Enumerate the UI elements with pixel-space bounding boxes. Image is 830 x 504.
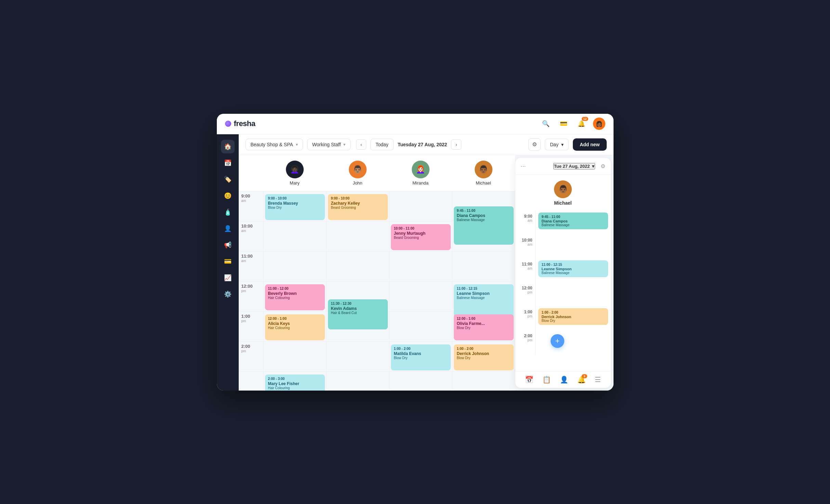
panel-time-label-10: 10:00 am (518, 235, 535, 259)
shop-dropdown[interactable]: Beauty Shop & SPA ▾ (246, 139, 303, 150)
john-col: 9:00 - 10:00 Zachary Kelley Beard Groomi… (326, 191, 389, 391)
panel-time-row-9: 9:00 am 9:45 - 11:00 Diana Campos Baline… (518, 211, 608, 235)
sidebar-item-tags[interactable]: 🏷️ (221, 173, 235, 186)
staff-name-john: John (353, 180, 362, 186)
panel-time-row-12: 12:00 pm (518, 283, 608, 307)
staff-col-mary: 👩🏿‍🦱 Mary (263, 159, 326, 188)
app-shell: fresha 🔍 💳 🔔 12 👩🏾 🏠 📅 (217, 114, 614, 391)
plus-icon: + (555, 337, 560, 345)
wallet-icon: 💳 (560, 120, 567, 127)
appt-matilda-evans[interactable]: 1:00 - 2:00 Matilda Evans Blow Dry (391, 344, 451, 370)
marketing-icon: 📢 (224, 241, 232, 249)
avatar-john: 👨🏽 (349, 161, 367, 178)
panel-notification-icon[interactable]: 🔔 3 (577, 376, 586, 384)
panel-time-label-12: 12:00 pm (518, 283, 535, 307)
panel-appt-area-9: 9:45 - 11:00 Diana Campos Balinese Massa… (535, 211, 608, 235)
sidebar-item-staff[interactable]: 👤 (221, 222, 235, 235)
search-icon: 🔍 (542, 120, 550, 127)
avatar-mary: 👩🏿‍🦱 (286, 161, 304, 178)
panel-footer: 📅 📋 👤 🔔 3 ☰ (515, 371, 611, 388)
panel-add-button[interactable]: + (551, 334, 564, 348)
panel-staff-info: 👨🏾 Michael (515, 175, 611, 211)
panel-time-row-1: 1:00 pm 1:00 - 2:00 Derrick Johnson Blow… (518, 307, 608, 331)
calendar-wrap: 👩🏿‍🦱 Mary 👨🏽 John 👩🏻‍🦰 Miranda (239, 155, 515, 391)
staff-col-john: 👨🏽 John (326, 159, 389, 188)
panel-time-label-2: 2:00 pm (518, 331, 535, 355)
search-button[interactable]: 🔍 (540, 118, 552, 130)
panel-filter-icon[interactable]: ⚙ (601, 163, 605, 169)
sidebar-item-clients[interactable]: 😊 (221, 189, 235, 203)
sidebar-item-payments[interactable]: 💳 (221, 255, 235, 268)
appt-diana-campos[interactable]: 9:45 - 11:00 Diana Campos Balinese Massa… (454, 206, 514, 245)
time-grid: 9:00 am 10:00 am 11:00 am (239, 191, 515, 391)
time-slot-1: 1:00 pm (239, 312, 263, 342)
appt-leanne-simpson[interactable]: 11:00 - 12:15 Leanne Simpson Balinese Ma… (454, 284, 514, 318)
bell-icon: 🔔 (578, 120, 585, 127)
panel-notification-badge: 3 (582, 374, 587, 378)
payment-icon: 💳 (224, 258, 232, 265)
logo-text: fresha (234, 119, 255, 128)
notification-button[interactable]: 🔔 12 (575, 118, 588, 130)
sidebar-item-reports[interactable]: 📈 (221, 271, 235, 285)
view-dropdown[interactable]: Day ▾ (545, 139, 569, 150)
logo-area: fresha (225, 119, 540, 128)
appt-brenda-massey[interactable]: 9:00 - 10:00 Brenda Massey Blow Dry (265, 194, 325, 220)
chevron-down-icon: ▾ (592, 164, 594, 169)
gear-icon: ⚙ (532, 141, 537, 148)
panel-date-button[interactable]: Tue 27 Aug, 2022 ▾ (553, 163, 595, 169)
user-avatar[interactable]: 👩🏾 (593, 118, 605, 130)
staff-name-mary: Mary (290, 180, 300, 186)
time-slot-12: 12:00 pm (239, 282, 263, 312)
toolbar: Beauty Shop & SPA ▾ Working Staff ▾ ‹ To… (239, 134, 614, 155)
shop-label: Beauty Shop & SPA (251, 142, 293, 147)
add-new-button[interactable]: Add new (573, 138, 606, 151)
sidebar-item-products[interactable]: 🧴 (221, 205, 235, 219)
panel-menu-icon[interactable]: ··· (521, 163, 526, 170)
prev-date-button[interactable]: ‹ (356, 139, 366, 150)
tag-icon: 🏷️ (224, 176, 232, 183)
panel-appt-leanne[interactable]: 11:00 - 12:15 Leanne Simpson Balinese Ma… (538, 260, 608, 277)
reports-icon: 📈 (224, 274, 232, 282)
mary-col: 9:00 - 10:00 Brenda Massey Blow Dry 11:0… (263, 191, 326, 391)
appt-mary-lee-fisher[interactable]: 2:00 - 3:00 Mary Lee Fisher Hair Colouri… (265, 374, 325, 391)
appt-zachary-kelley[interactable]: 9:00 - 10:00 Zachary Kelley Beard Groomi… (328, 194, 388, 220)
view-label: Day (550, 142, 558, 147)
panel-appt-area-2 (535, 331, 608, 355)
panel-person-icon[interactable]: 👤 (560, 376, 568, 384)
staff-dropdown[interactable]: Working Staff ▾ (307, 139, 351, 150)
panel-menu-lines-icon[interactable]: ☰ (595, 376, 601, 384)
time-slot-11: 11:00 am (239, 251, 263, 282)
nav-icons: 🔍 💳 🔔 12 👩🏾 (540, 118, 605, 130)
today-button[interactable]: Today (370, 139, 393, 150)
staff-header-row: 👩🏿‍🦱 Mary 👨🏽 John 👩🏻‍🦰 Miranda (239, 155, 515, 191)
panel-list-icon[interactable]: 📋 (542, 376, 551, 384)
panel-appt-derrick[interactable]: 1:00 - 2:00 Derrick Johnson Blow Dry (538, 308, 608, 325)
appt-derrick-johnson[interactable]: 1:00 - 2:00 Derrick Johnson Blow Dry (454, 344, 514, 370)
miranda-col: 10:00 - 11:00 Jenny Murtaugh Beard Groom… (389, 191, 452, 391)
panel-calendar-icon[interactable]: 📅 (525, 376, 533, 384)
wallet-button[interactable]: 💳 (557, 118, 570, 130)
panel-appt-diana[interactable]: 9:45 - 11:00 Diana Campos Balinese Massa… (538, 213, 608, 229)
settings-icon: ⚙️ (224, 290, 232, 298)
content-area: Beauty Shop & SPA ▾ Working Staff ▾ ‹ To… (239, 134, 614, 391)
panel-header: ··· Tue 27 Aug, 2022 ▾ ⚙ (515, 158, 611, 175)
sidebar: 🏠 📅 🏷️ 😊 🧴 👤 📢 💳 (217, 134, 239, 391)
notification-badge: 12 (582, 117, 588, 121)
sidebar-item-calendar[interactable]: 📅 (221, 156, 235, 170)
appt-jenny-murtaugh[interactable]: 10:00 - 11:00 Jenny Murtaugh Beard Groom… (391, 224, 451, 250)
appt-beverly-brown[interactable]: 11:00 - 12:00 Beverly Brown Hair Colouri… (265, 284, 325, 310)
sidebar-item-marketing[interactable]: 📢 (221, 238, 235, 252)
calendar-container: 👩🏿‍🦱 Mary 👨🏽 John 👩🏻‍🦰 Miranda (239, 155, 614, 391)
main-body: 🏠 📅 🏷️ 😊 🧴 👤 📢 💳 (217, 134, 614, 391)
next-date-button[interactable]: › (451, 139, 461, 150)
panel-appt-area-1: 1:00 - 2:00 Derrick Johnson Blow Dry (535, 307, 608, 331)
time-slot-2: 2:00 pm (239, 342, 263, 372)
appt-olivia-farmer[interactable]: 12:00 - 1:00 Olivia Farme... Blow Dry (454, 314, 514, 340)
time-slot-10: 10:00 am (239, 221, 263, 251)
sidebar-item-home[interactable]: 🏠 (221, 140, 235, 153)
appt-alicia-keys[interactable]: 12:00 - 1:00 Alicia Keys Hair Colouring (265, 314, 325, 340)
calendar-settings-button[interactable]: ⚙ (528, 138, 541, 151)
sidebar-item-settings[interactable]: ⚙️ (221, 287, 235, 301)
appt-kevin-adams[interactable]: 11:30 - 12:30 Kevin Adams Hair & Beard C… (328, 299, 388, 329)
product-icon: 🧴 (224, 208, 232, 216)
